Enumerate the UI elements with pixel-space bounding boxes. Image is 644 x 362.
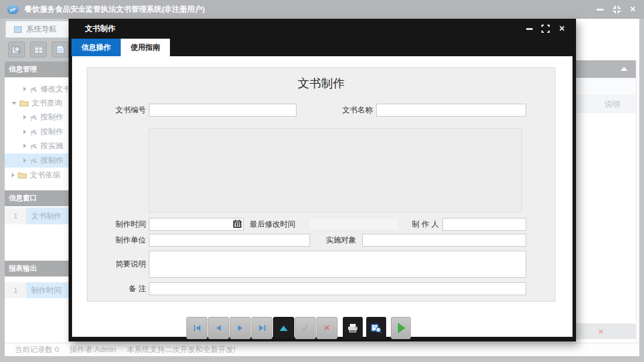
next-record-button[interactable] bbox=[230, 317, 251, 339]
close-icon[interactable]: × bbox=[628, 4, 638, 15]
confirm-button[interactable]: ✓ bbox=[295, 317, 316, 339]
folder-icon bbox=[18, 172, 27, 179]
target-input[interactable] bbox=[362, 234, 526, 247]
tree-folder-doc-basis[interactable]: 文书依据 bbox=[5, 168, 69, 182]
report-output-row[interactable]: 1 制作时间 bbox=[5, 282, 69, 298]
tree-item-by-target[interactable]: 按实施 bbox=[5, 139, 69, 153]
calendar-icon[interactable] bbox=[233, 220, 241, 230]
background-cancel-button[interactable]: × bbox=[565, 323, 636, 339]
status-bar: 当前记录数 0 操作者:Admin 本系统支持二次开发和全新开发! bbox=[5, 343, 639, 356]
operator-label: 操作者:Admin bbox=[70, 344, 116, 355]
tree-item-modify-doc[interactable]: 修改文书 bbox=[5, 82, 69, 96]
tree-folder-doc-query[interactable]: 文书查询 bbox=[5, 96, 69, 110]
record-count: 当前记录数 0 bbox=[15, 344, 59, 355]
right-panel-column-header: 说明 bbox=[576, 95, 636, 113]
column-label: 说明 bbox=[605, 99, 620, 110]
row-label: 制作时间 bbox=[26, 282, 69, 298]
doc-name-input[interactable] bbox=[376, 104, 526, 117]
collapse-up-icon[interactable] bbox=[621, 67, 628, 71]
chevron-right-icon bbox=[23, 158, 26, 163]
first-record-button[interactable] bbox=[186, 317, 207, 339]
tree-item-label: 修改文书 bbox=[40, 84, 69, 94]
doc-no-input[interactable] bbox=[149, 104, 297, 117]
tree-item-label: 按制作 bbox=[40, 127, 63, 137]
tree-item-by-maker-3-selected[interactable]: 按制作 bbox=[5, 153, 69, 168]
play-icon bbox=[398, 323, 406, 333]
make-time-input[interactable] bbox=[149, 218, 244, 231]
maker-input[interactable] bbox=[442, 218, 526, 231]
first-icon bbox=[194, 325, 195, 331]
make-time-label: 制作时间 bbox=[93, 218, 146, 231]
main-titlebar: yF 餐饮服务食品安全监管执法文书管理系统(非注册用户) × bbox=[0, 0, 644, 19]
chevron-down-icon bbox=[12, 102, 16, 105]
tab-system-navigation[interactable]: 系统导航 bbox=[6, 21, 69, 37]
cancel-button[interactable]: × bbox=[316, 317, 338, 339]
print-button[interactable] bbox=[343, 317, 363, 339]
section-title: 报表输出 bbox=[9, 264, 37, 274]
section-title: 信息管理 bbox=[9, 64, 37, 74]
edit-record-button[interactable] bbox=[273, 317, 294, 339]
make-unit-label: 制作单位 bbox=[93, 234, 146, 247]
edit-up-icon bbox=[280, 326, 288, 331]
window-square-icon bbox=[14, 26, 22, 33]
chevron-right-icon bbox=[23, 129, 26, 134]
chevron-right-icon bbox=[23, 87, 26, 91]
info-window-row[interactable]: 1 文书制作 bbox=[5, 207, 69, 224]
application-window: yF 餐饮服务食品安全监管执法文书管理系统(非注册用户) × 系统导航 bbox=[0, 0, 644, 362]
window-frame-bottom bbox=[0, 356, 644, 362]
section-report-output[interactable]: 报表输出 bbox=[5, 261, 69, 276]
status-note: 本系统支持二次开发和全新开发! bbox=[127, 344, 236, 355]
wand-icon bbox=[29, 86, 38, 93]
wand-icon bbox=[29, 157, 38, 165]
modal-minimize-icon[interactable] bbox=[524, 24, 534, 33]
tab-user-guide[interactable]: 使用指南 bbox=[121, 39, 170, 56]
search-button[interactable] bbox=[8, 42, 25, 57]
tab-info-operation[interactable]: 信息操作 bbox=[71, 39, 121, 56]
vertical-scrollbar[interactable] bbox=[636, 60, 639, 343]
restore-icon[interactable] bbox=[611, 4, 622, 15]
modal-titlebar[interactable]: 文书制作 × bbox=[69, 19, 576, 39]
app-logo-icon: yF bbox=[7, 5, 19, 14]
prior-record-button[interactable] bbox=[208, 317, 229, 339]
collapse-panel-header[interactable] bbox=[576, 60, 636, 78]
app-title: 餐饮服务食品安全监管执法文书管理系统(非注册用户) bbox=[25, 4, 205, 15]
row-number: 1 bbox=[5, 282, 26, 298]
doc-name-label: 文书名称 bbox=[320, 104, 373, 117]
doc-no-label: 文书编号 bbox=[93, 104, 146, 117]
document-button[interactable] bbox=[52, 42, 69, 57]
last-record-button[interactable] bbox=[251, 317, 272, 339]
section-info-management[interactable]: 信息管理 bbox=[5, 62, 69, 77]
last-modified-label: 最后修改时间 bbox=[250, 218, 308, 231]
record-navigator-toolbar: ✓ × bbox=[186, 317, 411, 339]
modal-tabs: 信息操作 使用指南 bbox=[71, 39, 170, 56]
tree-item-by-maker-1[interactable]: 按制作 bbox=[5, 110, 69, 124]
brief-textarea[interactable] bbox=[149, 251, 526, 278]
section-info-window[interactable]: 信息窗口 bbox=[5, 190, 69, 206]
modal-maximize-icon[interactable] bbox=[541, 24, 550, 33]
tree-item-label: 按制作 bbox=[40, 155, 63, 166]
prior-icon bbox=[216, 325, 221, 331]
make-unit-input[interactable] bbox=[149, 234, 310, 247]
remark-input[interactable] bbox=[149, 282, 526, 295]
wand-icon bbox=[29, 114, 38, 121]
remark-label: 备 注 bbox=[93, 282, 146, 295]
modal-content: 文书制作 文书编号 文书名称 制作时间 最后修改时间 制 作 人 bbox=[72, 56, 573, 337]
modal-close-icon[interactable]: × bbox=[557, 24, 567, 33]
window-frame-left bbox=[0, 19, 5, 362]
minimize-icon[interactable] bbox=[595, 4, 605, 15]
grid-view-button[interactable] bbox=[30, 42, 47, 57]
run-button[interactable] bbox=[391, 317, 411, 339]
tree-item-by-maker-2[interactable]: 按制作 bbox=[5, 125, 69, 139]
tab-strip: 系统导航 bbox=[5, 19, 69, 37]
document-icon bbox=[56, 45, 64, 54]
print-preview-button[interactable] bbox=[366, 317, 386, 339]
preview-icon bbox=[370, 323, 382, 333]
row-number: 1 bbox=[5, 207, 26, 224]
last-icon bbox=[259, 325, 264, 331]
next-icon bbox=[238, 325, 243, 331]
printer-icon bbox=[347, 323, 359, 333]
target-label: 实施对象 bbox=[319, 234, 356, 247]
cross-icon: × bbox=[598, 326, 604, 336]
document-body-area[interactable] bbox=[149, 128, 522, 213]
brief-label: 简要说明 bbox=[93, 258, 146, 271]
